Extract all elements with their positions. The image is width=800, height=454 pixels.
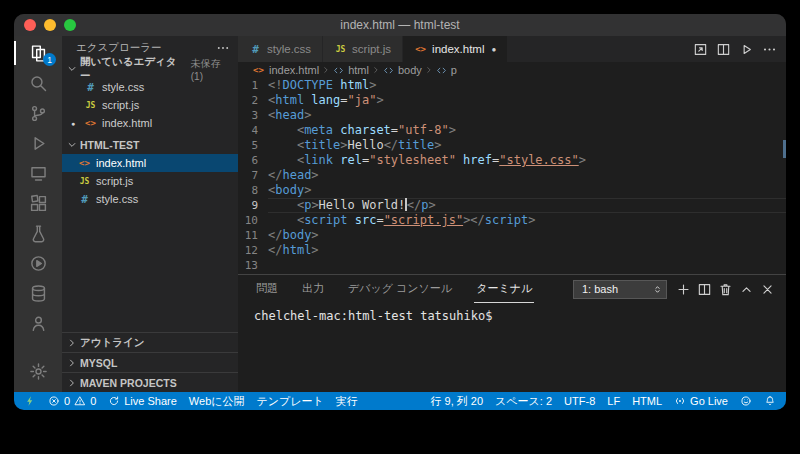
section-label: アウトライン	[80, 336, 144, 350]
activity-run-debug[interactable]	[14, 128, 62, 158]
tab-script-js[interactable]: JSscript.js	[323, 36, 403, 62]
code-token: </	[407, 198, 421, 212]
status-text: Webに公開	[189, 394, 245, 409]
code-line-10[interactable]: 10 <script src="script.js"></script>	[238, 213, 786, 228]
status-template[interactable]: テンプレート	[251, 392, 330, 410]
close-window-button[interactable]	[24, 19, 36, 31]
activity-database[interactable]	[14, 278, 62, 308]
html-file-icon: <>	[252, 65, 265, 75]
activity-extensions[interactable]	[14, 188, 62, 218]
open-editor-index-html[interactable]: ●<>index.html	[62, 114, 238, 132]
panel-tab-terminal[interactable]: ターミナル	[474, 275, 534, 303]
status-indentation[interactable]: スペース: 2	[489, 392, 558, 410]
run-file-icon[interactable]	[736, 39, 757, 60]
breadcrumb-item[interactable]: body	[383, 64, 422, 76]
activity-search[interactable]	[14, 68, 62, 98]
status-notifications[interactable]	[758, 392, 782, 410]
activity-bar-bottom	[14, 356, 62, 386]
file-tree: <>index.htmlJSscript.js#style.css	[62, 154, 238, 208]
code-line-11[interactable]: 11</body>	[238, 228, 786, 243]
maximize-panel-icon[interactable]	[736, 279, 757, 300]
status-run[interactable]: 実行	[330, 392, 364, 410]
file-script-js[interactable]: JSscript.js	[62, 172, 238, 190]
chevron-right-icon	[371, 65, 381, 75]
open-preview-icon[interactable]	[690, 39, 711, 60]
folder-header[interactable]: HTML-TEST	[62, 136, 238, 154]
code-token: html	[333, 78, 369, 92]
status-live-share[interactable]: Live Share	[102, 392, 183, 410]
breadcrumb-item[interactable]: <>index.html	[252, 64, 319, 76]
split-terminal-icon[interactable]	[694, 279, 715, 300]
activity-debug-alt[interactable]	[14, 248, 62, 278]
title-bar[interactable]: index.html — html-test	[14, 14, 786, 36]
panel-tab-debug-console[interactable]: デバッグ コンソール	[346, 275, 454, 303]
more-editor-actions-icon[interactable]	[759, 39, 780, 60]
activity-settings[interactable]	[14, 356, 62, 386]
zoom-window-button[interactable]	[64, 19, 76, 31]
code-lines: 1<!DOCTYPE html>2<html lang="ja">3<head>…	[238, 78, 786, 273]
code-editor[interactable]: 1<!DOCTYPE html>2<html lang="ja">3<head>…	[238, 78, 786, 274]
status-go-live[interactable]: Go Live	[668, 392, 734, 410]
code-line-9[interactable]: 9 <p>Hello World!</p>	[238, 198, 786, 213]
status-problems[interactable]: 00	[42, 392, 102, 410]
code-line-3[interactable]: 3<head>	[238, 108, 786, 123]
terminal-output[interactable]: chelchel-mac:html-test tatsuhiko$	[238, 303, 786, 392]
tab-style-css[interactable]: #style.css	[238, 36, 323, 62]
breadcrumb-item[interactable]: html	[333, 64, 369, 76]
open-editors-header[interactable]: 開いているエディター 未保存 (1)	[62, 60, 238, 78]
code-line-4[interactable]: 4 <meta charset="utf-8">	[238, 123, 786, 138]
code-line-13[interactable]: 13	[238, 258, 786, 273]
breadcrumb: <>index.htmlhtmlbodyp	[238, 62, 786, 78]
status-bar: 00Live ShareWebに公開テンプレート実行 行 9, 列 20スペース…	[14, 392, 786, 410]
code-token: Hello World!	[319, 198, 406, 212]
section-outline[interactable]: アウトライン	[62, 332, 238, 352]
split-editor-icon[interactable]	[713, 39, 734, 60]
code-token: Hello	[348, 138, 384, 152]
line-number: 9	[238, 198, 268, 213]
database-icon	[29, 284, 48, 303]
activity-source-control[interactable]	[14, 98, 62, 128]
activity-remote-explorer[interactable]	[14, 158, 62, 188]
line-content: </head>	[268, 168, 786, 183]
new-terminal-icon[interactable]	[673, 279, 694, 300]
panel-tab-problems[interactable]: 問題	[254, 275, 280, 303]
code-line-5[interactable]: 5 <title>Hello</title>	[238, 138, 786, 153]
status-eol[interactable]: LF	[601, 392, 626, 410]
close-panel-icon[interactable]	[757, 279, 778, 300]
activity-bar: 1	[14, 36, 62, 392]
activity-bar-top: 1	[14, 38, 62, 338]
file-style-css[interactable]: #style.css	[62, 190, 238, 208]
status-text: 0	[90, 395, 96, 407]
code-line-2[interactable]: 2<html lang="ja">	[238, 93, 786, 108]
code-line-8[interactable]: 8<body>	[238, 183, 786, 198]
code-line-1[interactable]: 1<!DOCTYPE html>	[238, 78, 786, 93]
status-encoding[interactable]: UTF-8	[558, 392, 601, 410]
code-token: >	[311, 228, 318, 242]
activity-live-share[interactable]	[14, 308, 62, 338]
tab-index-html[interactable]: <>index.html●	[403, 36, 508, 62]
status-feedback[interactable]	[734, 392, 758, 410]
status-publish-web[interactable]: Webに公開	[183, 392, 251, 410]
terminal-select[interactable]: 1: bash	[573, 280, 667, 299]
open-editor-style-css[interactable]: #style.css	[62, 78, 238, 96]
code-token: lang	[304, 93, 340, 107]
kill-terminal-icon[interactable]	[715, 279, 736, 300]
status-language[interactable]: HTML	[626, 392, 668, 410]
file-index-html[interactable]: <>index.html	[62, 154, 238, 172]
status-bar-right: 行 9, 列 20スペース: 2UTF-8LFHTMLGo Live	[425, 392, 782, 410]
section-maven-projects[interactable]: MAVEN PROJECTS	[62, 372, 238, 392]
code-line-6[interactable]: 6 <link rel="stylesheet" href="style.css…	[238, 153, 786, 168]
code-line-12[interactable]: 12</html>	[238, 243, 786, 258]
section-mysql[interactable]: MYSQL	[62, 352, 238, 372]
more-actions-icon[interactable]	[216, 41, 230, 55]
code-line-7[interactable]: 7</head>	[238, 168, 786, 183]
open-editor-script-js[interactable]: JSscript.js	[62, 96, 238, 114]
line-number: 11	[238, 228, 268, 243]
minimize-window-button[interactable]	[44, 19, 56, 31]
activity-explorer[interactable]: 1	[14, 38, 62, 68]
status-power[interactable]	[18, 392, 42, 410]
panel-tab-output[interactable]: 出力	[300, 275, 326, 303]
breadcrumb-item[interactable]: p	[436, 64, 457, 76]
activity-testing[interactable]	[14, 218, 62, 248]
status-cursor-position[interactable]: 行 9, 列 20	[425, 392, 490, 410]
